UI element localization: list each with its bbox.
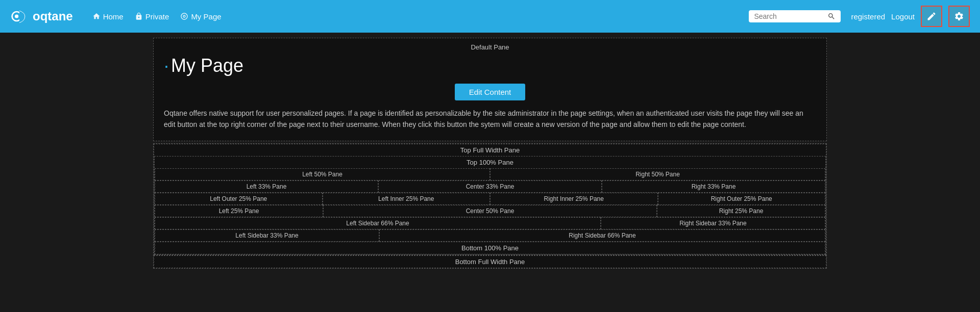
navbar-right: registered Logout xyxy=(851,6,970,27)
top-full-width-label: Top Full Width Pane xyxy=(154,144,826,156)
search-button[interactable] xyxy=(827,12,836,20)
nav-links: Home Private My Page xyxy=(88,10,739,23)
top-100-label: Top 100% Pane xyxy=(155,157,825,168)
lock-icon xyxy=(135,12,143,20)
brand-icon xyxy=(10,7,29,25)
row-25-25-25-25: Left Outer 25% Pane Left Inner 25% Pane … xyxy=(155,193,825,205)
search-icon xyxy=(827,12,836,20)
registered-label: registered xyxy=(851,12,885,21)
pencil-icon xyxy=(926,11,937,21)
nav-private[interactable]: Private xyxy=(131,10,174,23)
right-33-pane: Right 33% Pane xyxy=(602,180,825,193)
bottom-full-width-label: Bottom Full Width Pane xyxy=(154,256,826,268)
navbar: oqtane Home Private My Page registered L… xyxy=(0,0,980,33)
default-pane: Default Pane ·My Page Edit Content Oqtan… xyxy=(153,38,827,141)
bottom-full-width-pane: Bottom Full Width Pane xyxy=(154,255,826,268)
svg-point-1 xyxy=(15,14,18,18)
target-icon xyxy=(180,12,188,20)
bottom-100-pane: Bottom 100% Pane xyxy=(155,242,825,254)
search-input[interactable] xyxy=(754,12,824,20)
settings-button[interactable] xyxy=(948,6,970,27)
logout-button[interactable]: Logout xyxy=(891,12,915,21)
left-outer-25-pane: Left Outer 25% Pane xyxy=(155,193,323,205)
right-sidebar-33-pane: Right Sidebar 33% Pane xyxy=(601,217,825,229)
left-25-pane: Left 25% Pane xyxy=(155,205,323,217)
main-content: Default Pane ·My Page Edit Content Oqtan… xyxy=(0,33,980,312)
search-container xyxy=(749,10,841,22)
row-25-50-25: Left 25% Pane Center 50% Pane Right 25% … xyxy=(155,205,825,217)
row-33-33-33: Left 33% Pane Center 33% Pane Right 33% … xyxy=(155,180,825,193)
left-inner-25-pane: Left Inner 25% Pane xyxy=(323,193,491,205)
gear-icon xyxy=(954,11,964,21)
lower-panes: Top Full Width Pane Top 100% Pane Left 5… xyxy=(153,143,827,269)
nav-home[interactable]: Home xyxy=(88,10,128,23)
left-sidebar-66-pane: Left Sidebar 66% Pane xyxy=(155,217,601,229)
right-50-pane: Right 50% Pane xyxy=(490,168,825,180)
home-icon xyxy=(92,12,101,20)
row-sidebar-33-66: Left Sidebar 33% Pane Right Sidebar 66% … xyxy=(155,229,825,242)
bottom-100-label: Bottom 100% Pane xyxy=(155,242,825,254)
left-sidebar-33-pane: Left Sidebar 33% Pane xyxy=(155,229,379,242)
right-25-pane: Right 25% Pane xyxy=(657,205,825,217)
page-title: ·My Page xyxy=(162,55,818,76)
page-description: Oqtane offers native support for user pe… xyxy=(162,108,818,131)
top-100-pane: Top 100% Pane Left 50% Pane Right 50% Pa… xyxy=(154,156,826,255)
edit-content-button[interactable]: Edit Content xyxy=(455,84,526,100)
default-pane-label: Default Pane xyxy=(162,43,818,55)
bullet-icon: · xyxy=(164,55,169,76)
center-50-pane: Center 50% Pane xyxy=(323,205,657,217)
nav-mypage[interactable]: My Page xyxy=(176,10,225,23)
row-50-50: Left 50% Pane Right 50% Pane xyxy=(155,168,825,180)
left-33-pane: Left 33% Pane xyxy=(155,180,378,193)
row-sidebar-66-33: Left Sidebar 66% Pane Right Sidebar 33% … xyxy=(155,217,825,229)
right-outer-25-pane: Right Outer 25% Pane xyxy=(658,193,826,205)
top-full-width-pane: Top Full Width Pane Top 100% Pane Left 5… xyxy=(154,144,826,255)
center-33-pane: Center 33% Pane xyxy=(378,180,602,193)
edit-pencil-button[interactable] xyxy=(921,6,942,27)
left-50-pane: Left 50% Pane xyxy=(155,168,490,180)
right-inner-25-pane: Right Inner 25% Pane xyxy=(490,193,658,205)
brand-name: oqtane xyxy=(33,9,73,23)
right-sidebar-66-pane: Right Sidebar 66% Pane xyxy=(379,229,825,242)
brand-logo[interactable]: oqtane xyxy=(10,7,73,25)
